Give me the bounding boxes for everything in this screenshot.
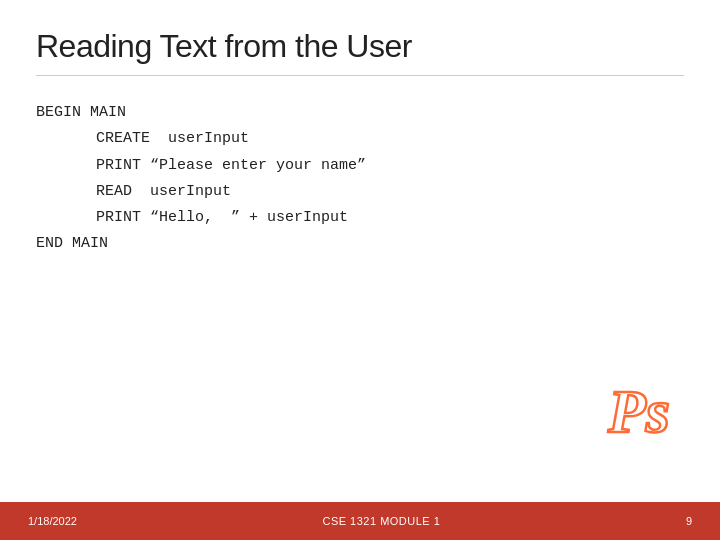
ps-logo: Ps xyxy=(608,380,670,442)
slide-footer: 1/18/2022 CSE 1321 MODULE 1 9 xyxy=(0,502,720,540)
slide: Reading Text from the User BEGIN MAIN CR… xyxy=(0,0,720,540)
code-line-5: PRINT “Hello, ” + userInput xyxy=(36,205,684,231)
code-block: BEGIN MAIN CREATE userInput PRINT “Pleas… xyxy=(36,100,684,258)
footer-page: 9 xyxy=(686,515,692,527)
code-line-1: BEGIN MAIN xyxy=(36,100,684,126)
code-line-2: CREATE userInput xyxy=(36,126,684,152)
slide-title: Reading Text from the User xyxy=(36,28,684,65)
footer-course: CSE 1321 MODULE 1 xyxy=(322,515,440,527)
footer-date: 1/18/2022 xyxy=(28,515,77,527)
code-line-6: END MAIN xyxy=(36,231,684,257)
code-line-3: PRINT “Please enter your name” xyxy=(36,153,684,179)
code-line-4: READ userInput xyxy=(36,179,684,205)
slide-content: BEGIN MAIN CREATE userInput PRINT “Pleas… xyxy=(0,76,720,502)
slide-header: Reading Text from the User xyxy=(0,0,720,75)
